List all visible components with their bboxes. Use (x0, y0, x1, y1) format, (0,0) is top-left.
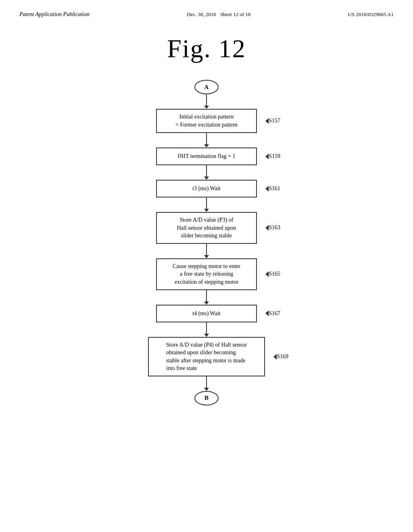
arrow-4 (204, 209, 209, 212)
step-s157-label: S157 (269, 117, 280, 125)
step-s163-row: Store A/D value (P3) of Hall sensor obta… (156, 212, 257, 244)
connector-3 (206, 165, 207, 177)
connector-7 (206, 322, 207, 334)
header-date-sheet: Dec. 30, 2010 Sheet 12 of 18 (187, 11, 250, 18)
end-terminal: B (194, 391, 219, 405)
step-s169-box: Store A/D value (P4) of Hall sensor obta… (148, 337, 265, 376)
end-oval: B (194, 391, 219, 405)
step-s159-text: INIT termination flag = 1 (178, 152, 236, 160)
step-s167-label: S167 (269, 310, 280, 318)
step-s163-label: S163 (269, 224, 280, 232)
step-s159-box: INIT termination flag = 1 S159 (156, 148, 257, 165)
header-patent-number: US 2010/0329665 A1 (348, 11, 394, 18)
connector-5 (206, 244, 207, 255)
step-s163-text: Store A/D value (P3) of Hall sensor obta… (177, 216, 236, 240)
connector-4 (206, 197, 207, 209)
step-s167-row: t4 (ms) Wait S167 (156, 305, 257, 322)
connector-8 (206, 376, 207, 388)
step-s169-text: Store A/D value (P4) of Hall sensor obta… (166, 341, 247, 372)
step-s165-row: Cause stepping motor to enter a free sta… (156, 258, 257, 290)
step-s157-box: Initial excitation pattern = Former exci… (156, 109, 257, 133)
step-s165-label: S165 (269, 270, 280, 278)
header-sheet: Sheet 12 of 18 (220, 11, 250, 17)
arrow-7 (204, 334, 209, 337)
arrow-3 (204, 177, 209, 180)
step-s159-label: S159 (269, 152, 280, 160)
step-s165-box: Cause stepping motor to enter a free sta… (156, 258, 257, 290)
page-header: Patent Application Publication Dec. 30, … (0, 0, 413, 18)
start-oval: A (194, 80, 219, 94)
connector-2 (206, 133, 207, 144)
step-s169-label: S169 (277, 353, 288, 361)
arrow-5 (204, 255, 209, 258)
arrow-1 (204, 106, 209, 109)
connector-6 (206, 290, 207, 301)
step-s167-text: t4 (ms) Wait (192, 310, 220, 318)
start-terminal: A (194, 80, 219, 94)
step-s163-box: Store A/D value (P3) of Hall sensor obta… (156, 212, 257, 244)
header-publication-label: Patent Application Publication (19, 11, 90, 18)
step-s157-row: Initial excitation pattern = Former exci… (156, 109, 257, 133)
step-s161-box: t3 (ms) Wait S161 (156, 180, 257, 197)
step-s167-box: t4 (ms) Wait S167 (156, 305, 257, 322)
step-s157-text: Initial excitation pattern = Former exci… (175, 113, 238, 129)
step-s159-row: INIT termination flag = 1 S159 (156, 148, 257, 165)
header-date: Dec. 30, 2010 (187, 11, 216, 17)
connector-1 (206, 94, 207, 106)
figure-title: Fig. 12 (0, 34, 413, 64)
step-s165-text: Cause stepping motor to enter a free sta… (173, 262, 240, 286)
step-s161-label: S161 (269, 185, 280, 193)
arrow-2 (204, 144, 209, 148)
flowchart: A Initial excitation pattern = Former ex… (0, 80, 413, 405)
step-s161-row: t3 (ms) Wait S161 (156, 180, 257, 197)
arrow-6 (204, 301, 209, 305)
step-s169-row: Store A/D value (P4) of Hall sensor obta… (148, 337, 265, 376)
step-s161-text: t3 (ms) Wait (192, 185, 220, 193)
arrow-8 (204, 388, 209, 391)
